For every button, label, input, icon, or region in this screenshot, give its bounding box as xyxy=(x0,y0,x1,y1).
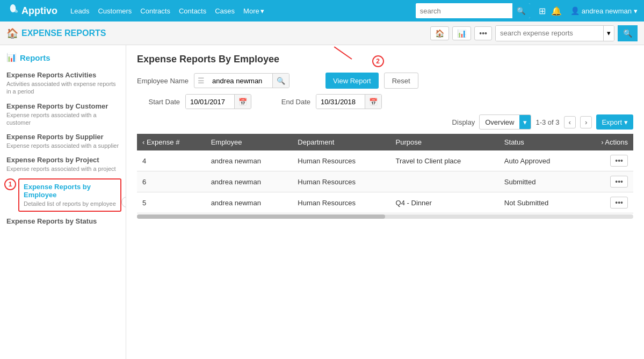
page-title: Expense Reports By Employee xyxy=(137,54,633,65)
home-button[interactable]: 🏠 xyxy=(430,26,449,40)
export-label: Export xyxy=(602,118,622,126)
pagination-next-button[interactable]: › xyxy=(580,116,592,128)
col-status: Status xyxy=(499,134,580,150)
module-search-input[interactable] xyxy=(496,26,603,41)
col-department: Department xyxy=(292,134,390,150)
display-select[interactable]: Overview ▾ xyxy=(479,114,531,130)
col-expense-num: ‹ Expense # xyxy=(137,134,206,150)
module-search[interactable]: ▾ xyxy=(495,25,614,41)
top-nav-icons: ⊞ 🔔 xyxy=(539,6,562,16)
nav-contracts[interactable]: Contracts xyxy=(140,7,170,15)
cell-employee: andrea newman xyxy=(206,171,293,192)
cell-purpose: Travel to Client place xyxy=(390,150,499,171)
house-icon: 🏠 xyxy=(6,27,18,39)
global-search[interactable]: 🔍 xyxy=(416,3,530,18)
global-search-input[interactable] xyxy=(416,3,512,18)
nav-more[interactable]: More ▾ xyxy=(243,7,264,15)
module-search-button[interactable]: 🔍 xyxy=(618,25,638,41)
col-expand-icon: ‹ xyxy=(142,138,147,146)
cell-actions: ••• xyxy=(580,150,633,171)
cell-employee: andrea newman xyxy=(206,192,293,213)
nav-contacts[interactable]: Contacts xyxy=(179,7,206,15)
user-avatar: 👤 xyxy=(570,6,580,15)
display-option: Overview xyxy=(480,118,519,126)
chevron-down-icon: ▾ xyxy=(261,7,264,15)
sidebar-item-project[interactable]: Expense Reports by Project Expense repor… xyxy=(0,153,126,176)
annotation-one: 1 xyxy=(4,178,16,190)
row-actions-button[interactable]: ••• xyxy=(610,155,628,167)
report-table: ‹ Expense # Employee Department Purpose … xyxy=(137,134,633,213)
search-dropdown-icon[interactable]: ▾ xyxy=(603,26,614,41)
pagination-prev-button[interactable]: ‹ xyxy=(564,116,576,128)
sidebar-item-subtitle: Expense reports associated with a projec… xyxy=(6,165,119,173)
grid-icon[interactable]: ⊞ xyxy=(539,6,546,16)
bell-icon[interactable]: 🔔 xyxy=(551,6,562,16)
module-title: EXPENSE REPORTS xyxy=(21,28,106,38)
row-actions-button[interactable]: ••• xyxy=(610,197,628,209)
sidebar-item-status[interactable]: Expense Reports by Status xyxy=(0,214,126,229)
sidebar-item-subtitle: Expense reports associated with a custom… xyxy=(6,111,119,127)
col-employee: Employee xyxy=(206,134,293,150)
nav-cases[interactable]: Cases xyxy=(215,7,235,15)
global-search-button[interactable]: 🔍 xyxy=(512,3,530,18)
end-date-input[interactable] xyxy=(316,95,365,109)
nav-leads[interactable]: Leads xyxy=(70,7,89,15)
cell-employee: andrea newman xyxy=(206,150,293,171)
start-date-calendar-icon[interactable]: 📅 xyxy=(234,95,251,109)
chart-button[interactable]: 📊 xyxy=(452,26,471,40)
sidebar-item-activities[interactable]: Expense Reports Activities Activities as… xyxy=(0,68,126,99)
sidebar-item-subtitle: Expense reports associated with a suppli… xyxy=(6,142,119,149)
table-scrollbar[interactable] xyxy=(137,214,633,219)
display-label: Display xyxy=(452,118,475,126)
more-options-button[interactable]: ••• xyxy=(474,26,492,40)
employee-name-input[interactable] xyxy=(208,74,272,88)
view-report-button[interactable]: View Report xyxy=(325,73,379,89)
display-chevron-icon[interactable]: ▾ xyxy=(519,115,531,129)
app-name: Apptivo xyxy=(21,5,57,17)
user-menu[interactable]: 👤 andrea newman ▾ xyxy=(570,6,638,15)
pagination-info: 1-3 of 3 xyxy=(536,118,559,126)
cell-status: Auto Approved xyxy=(499,150,580,171)
user-dropdown-icon: ▾ xyxy=(634,7,638,15)
sidebar-header: 📊 Reports xyxy=(0,51,126,68)
end-date-label: End Date xyxy=(267,98,310,106)
sidebar-item-customer[interactable]: Expense Reports by Customer Expense repo… xyxy=(0,99,126,130)
sub-nav: 🏠 EXPENSE REPORTS 🏠 📊 ••• ▾ 🔍 xyxy=(0,21,644,45)
cell-expense-num: 6 xyxy=(137,171,206,192)
sidebar-item-title: Expense Reports by Customer xyxy=(6,102,119,110)
filter-row-employee: Employee Name ☰ 🔍 2 View Report Reset xyxy=(137,73,633,89)
sidebar-item-title: Expense Reports Activities xyxy=(6,71,119,79)
employee-search-icon[interactable]: 🔍 xyxy=(272,74,289,88)
cell-purpose: Q4 - Dinner xyxy=(390,192,499,213)
table-row: 4 andrea newman Human Resources Travel t… xyxy=(137,150,633,171)
cell-department: Human Resources xyxy=(292,192,390,213)
sidebar-title: Reports xyxy=(20,53,50,62)
export-chevron-icon: ▾ xyxy=(624,118,628,126)
export-button[interactable]: Export ▾ xyxy=(596,114,633,130)
start-date-input[interactable] xyxy=(186,95,234,109)
sidebar-item-title: Expense Reports by Supplier xyxy=(6,133,119,141)
cell-actions: ••• xyxy=(580,192,633,213)
sidebar-item-employee[interactable]: Expense Reports by Employee Detailed lis… xyxy=(18,178,121,212)
annotation-two: 2 xyxy=(372,55,384,67)
sidebar-item-supplier[interactable]: Expense Reports by Supplier Expense repo… xyxy=(0,130,126,153)
row-actions-button[interactable]: ••• xyxy=(610,176,628,188)
cell-expense-num: 5 xyxy=(137,192,206,213)
nav-customers[interactable]: Customers xyxy=(98,7,132,15)
cell-status: Not Submitted xyxy=(499,192,580,213)
employee-name-input-wrap: ☰ 🔍 xyxy=(194,73,290,88)
cell-department: Human Resources xyxy=(292,171,390,192)
sidebar-item-title: Expense Reports by Employee xyxy=(24,183,116,199)
col-actions: › Actions xyxy=(580,134,633,150)
employee-name-label: Employee Name xyxy=(137,77,189,85)
start-date-wrap: 📅 xyxy=(185,94,251,109)
app-logo[interactable]: Apptivo xyxy=(6,4,57,17)
end-date-wrap: 📅 xyxy=(316,94,382,109)
content-area: Expense Reports By Employee Employee Nam… xyxy=(126,45,644,359)
cell-actions: ••• xyxy=(580,171,633,192)
sub-nav-actions: 🏠 📊 ••• ▾ 🔍 xyxy=(430,25,638,41)
reset-button[interactable]: Reset xyxy=(384,73,418,89)
end-date-calendar-icon[interactable]: 📅 xyxy=(365,95,381,109)
sidebar-item-subtitle: Detailed list of reports by employee xyxy=(24,200,116,207)
user-name: andrea newman xyxy=(582,7,632,15)
